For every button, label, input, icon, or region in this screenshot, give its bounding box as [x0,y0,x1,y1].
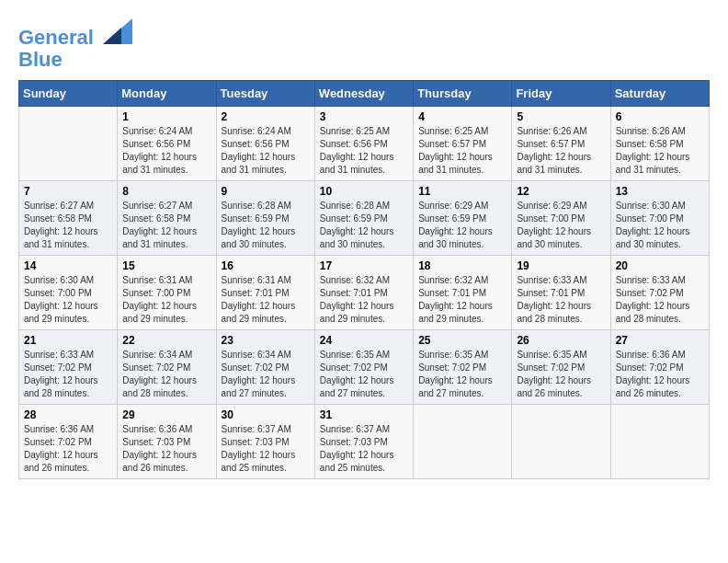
day-cell: 8Sunrise: 6:27 AM Sunset: 6:58 PM Daylig… [118,181,216,256]
day-info: Sunrise: 6:37 AM Sunset: 7:03 PM Dayligh… [320,423,408,475]
day-info: Sunrise: 6:27 AM Sunset: 6:58 PM Dayligh… [122,200,210,251]
day-info: Sunrise: 6:24 AM Sunset: 6:56 PM Dayligh… [222,125,310,177]
day-cell [414,405,512,479]
day-cell: 4Sunrise: 6:25 AM Sunset: 6:57 PM Daylig… [414,107,512,181]
day-info: Sunrise: 6:24 AM Sunset: 6:56 PM Dayligh… [122,125,210,177]
day-info: Sunrise: 6:37 AM Sunset: 7:03 PM Dayligh… [222,423,310,475]
day-number: 27 [616,334,704,347]
day-number: 12 [517,185,605,198]
day-number: 10 [320,185,408,198]
day-number: 9 [222,185,310,198]
calendar-header-row: SundayMondayTuesdayWednesdayThursdayFrid… [19,81,710,107]
day-number: 5 [517,110,605,123]
day-number: 28 [24,408,112,421]
day-info: Sunrise: 6:30 AM Sunset: 7:00 PM Dayligh… [24,274,112,326]
day-number: 7 [24,185,112,198]
day-number: 8 [122,185,210,198]
day-cell: 18Sunrise: 6:32 AM Sunset: 7:01 PM Dayli… [414,256,512,330]
day-number: 11 [418,185,506,198]
logo-general: General [18,26,94,49]
day-info: Sunrise: 6:32 AM Sunset: 7:01 PM Dayligh… [320,274,408,326]
day-info: Sunrise: 6:28 AM Sunset: 6:59 PM Dayligh… [320,200,408,251]
day-cell: 17Sunrise: 6:32 AM Sunset: 7:01 PM Dayli… [314,256,413,330]
day-cell: 15Sunrise: 6:31 AM Sunset: 7:00 PM Dayli… [118,256,216,330]
logo-blue: Blue [18,49,132,71]
day-cell: 6Sunrise: 6:26 AM Sunset: 6:58 PM Daylig… [610,107,709,181]
day-cell: 19Sunrise: 6:33 AM Sunset: 7:01 PM Dayli… [512,256,610,330]
day-cell: 24Sunrise: 6:35 AM Sunset: 7:02 PM Dayli… [314,330,413,405]
day-number: 30 [222,408,310,421]
day-info: Sunrise: 6:35 AM Sunset: 7:02 PM Dayligh… [418,349,506,400]
day-number: 15 [122,259,210,272]
day-cell: 13Sunrise: 6:30 AM Sunset: 7:00 PM Dayli… [610,181,709,256]
day-number: 23 [222,334,310,347]
col-header-wednesday: Wednesday [314,81,413,107]
day-info: Sunrise: 6:31 AM Sunset: 7:00 PM Dayligh… [122,274,210,326]
day-cell: 29Sunrise: 6:36 AM Sunset: 7:03 PM Dayli… [118,405,216,479]
day-cell: 30Sunrise: 6:37 AM Sunset: 7:03 PM Dayli… [216,405,314,479]
day-cell: 2Sunrise: 6:24 AM Sunset: 6:56 PM Daylig… [216,107,314,181]
day-number: 26 [517,334,605,347]
day-number: 13 [616,185,704,198]
col-header-saturday: Saturday [610,81,709,107]
day-number: 3 [320,110,408,123]
day-number: 31 [320,408,408,421]
day-info: Sunrise: 6:35 AM Sunset: 7:02 PM Dayligh… [320,349,408,400]
week-row-4: 21Sunrise: 6:33 AM Sunset: 7:02 PM Dayli… [19,330,710,405]
day-number: 19 [517,259,605,272]
day-number: 22 [122,334,210,347]
day-cell: 12Sunrise: 6:29 AM Sunset: 7:00 PM Dayli… [512,181,610,256]
day-cell: 25Sunrise: 6:35 AM Sunset: 7:02 PM Dayli… [414,330,512,405]
day-info: Sunrise: 6:35 AM Sunset: 7:02 PM Dayligh… [517,349,605,400]
day-cell: 26Sunrise: 6:35 AM Sunset: 7:02 PM Dayli… [512,330,610,405]
day-number: 21 [24,334,112,347]
day-info: Sunrise: 6:34 AM Sunset: 7:02 PM Dayligh… [222,349,310,400]
day-info: Sunrise: 6:27 AM Sunset: 6:58 PM Dayligh… [24,200,112,251]
day-info: Sunrise: 6:25 AM Sunset: 6:56 PM Dayligh… [320,125,408,177]
day-info: Sunrise: 6:29 AM Sunset: 6:59 PM Dayligh… [418,200,506,251]
day-cell: 27Sunrise: 6:36 AM Sunset: 7:02 PM Dayli… [610,330,709,405]
day-number: 25 [418,334,506,347]
day-info: Sunrise: 6:26 AM Sunset: 6:58 PM Dayligh… [616,125,704,177]
day-cell: 28Sunrise: 6:36 AM Sunset: 7:02 PM Dayli… [19,405,118,479]
day-info: Sunrise: 6:33 AM Sunset: 7:02 PM Dayligh… [24,349,112,400]
svg-marker-1 [103,28,121,44]
calendar-table: SundayMondayTuesdayWednesdayThursdayFrid… [18,80,710,479]
day-info: Sunrise: 6:36 AM Sunset: 7:02 PM Dayligh… [616,349,704,400]
day-cell: 22Sunrise: 6:34 AM Sunset: 7:02 PM Dayli… [118,330,216,405]
day-cell: 23Sunrise: 6:34 AM Sunset: 7:02 PM Dayli… [216,330,314,405]
day-info: Sunrise: 6:36 AM Sunset: 7:02 PM Dayligh… [24,423,112,475]
day-number: 20 [616,259,704,272]
day-cell: 10Sunrise: 6:28 AM Sunset: 6:59 PM Dayli… [314,181,413,256]
day-cell: 14Sunrise: 6:30 AM Sunset: 7:00 PM Dayli… [19,256,118,330]
day-number: 18 [418,259,506,272]
day-info: Sunrise: 6:30 AM Sunset: 7:00 PM Dayligh… [616,200,704,251]
col-header-sunday: Sunday [19,81,118,107]
week-row-3: 14Sunrise: 6:30 AM Sunset: 7:00 PM Dayli… [19,256,710,330]
day-number: 24 [320,334,408,347]
day-cell [610,405,709,479]
week-row-1: 1Sunrise: 6:24 AM Sunset: 6:56 PM Daylig… [19,107,710,181]
col-header-friday: Friday [512,81,610,107]
logo-text: General [18,18,132,49]
day-cell: 31Sunrise: 6:37 AM Sunset: 7:03 PM Dayli… [314,405,413,479]
day-info: Sunrise: 6:36 AM Sunset: 7:03 PM Dayligh… [122,423,210,475]
logo: General Blue [18,18,132,71]
day-cell [19,107,118,181]
col-header-tuesday: Tuesday [216,81,314,107]
day-cell: 20Sunrise: 6:33 AM Sunset: 7:02 PM Dayli… [610,256,709,330]
day-cell: 3Sunrise: 6:25 AM Sunset: 6:56 PM Daylig… [314,107,413,181]
day-number: 2 [222,110,310,123]
day-cell: 1Sunrise: 6:24 AM Sunset: 6:56 PM Daylig… [118,107,216,181]
day-cell: 11Sunrise: 6:29 AM Sunset: 6:59 PM Dayli… [414,181,512,256]
day-info: Sunrise: 6:32 AM Sunset: 7:01 PM Dayligh… [418,274,506,326]
page-header: General Blue [18,18,710,71]
day-info: Sunrise: 6:26 AM Sunset: 6:57 PM Dayligh… [517,125,605,177]
day-number: 29 [122,408,210,421]
day-number: 1 [122,110,210,123]
day-cell: 9Sunrise: 6:28 AM Sunset: 6:59 PM Daylig… [216,181,314,256]
day-number: 6 [616,110,704,123]
day-info: Sunrise: 6:28 AM Sunset: 6:59 PM Dayligh… [222,200,310,251]
day-info: Sunrise: 6:33 AM Sunset: 7:01 PM Dayligh… [517,274,605,326]
week-row-5: 28Sunrise: 6:36 AM Sunset: 7:02 PM Dayli… [19,405,710,479]
